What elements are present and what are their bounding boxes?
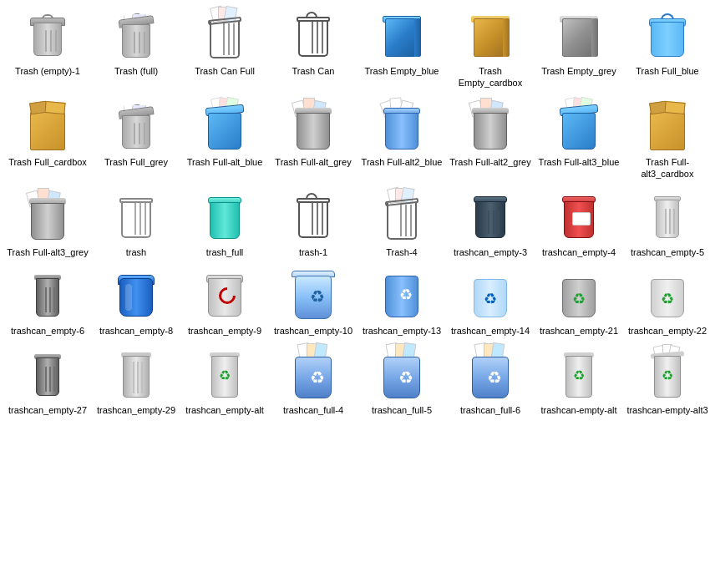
trashcan-empty-14-icon: ♻ xyxy=(464,268,517,322)
icon-item-trash-empty-cardbox[interactable]: Trash Empty_cardbox xyxy=(446,3,535,94)
icon-item-trashcan-empty-5[interactable]: trashcan_empty-5 xyxy=(623,185,710,263)
icon-label: trashcan_empty-13 xyxy=(363,325,441,337)
icon-item-trash-full-alt2-grey[interactable]: Trash Full-alt2_grey xyxy=(446,94,535,185)
icon-label: trash_full xyxy=(206,246,244,258)
icon-label: Trash Empty_cardbox xyxy=(449,65,531,89)
icon-item-trashcan-empty-6[interactable]: trashcan_empty-6 xyxy=(3,263,92,342)
trash-full-icon xyxy=(109,8,163,62)
trash-can-full-icon xyxy=(198,8,251,62)
icon-item-trash-can-full[interactable]: Trash Can Full xyxy=(180,3,269,94)
icon-item-trash-full-alt3-blue[interactable]: Trash Full-alt3_blue xyxy=(535,94,623,185)
icon-item-trash-empty-1[interactable]: Trash (empty)-1 xyxy=(3,3,92,94)
icon-label: trashcan_empty-9 xyxy=(188,325,261,337)
trash-can-icon xyxy=(287,8,340,62)
icon-label: Trash Empty_grey xyxy=(541,65,616,77)
icon-label: Trash Full-alt3_grey xyxy=(7,246,88,258)
trashcan-empty-22-icon: ♻ xyxy=(641,268,694,322)
icon-label: trash xyxy=(126,246,146,258)
icon-item-trashcan-full-4[interactable]: ♻ trashcan_full-4 xyxy=(269,342,358,421)
icon-label: trashcan_empty-29 xyxy=(97,404,175,416)
trashcan-empty-9-icon xyxy=(198,268,251,322)
icon-item-trash-full-alt-blue[interactable]: Trash Full-alt_blue xyxy=(180,94,269,185)
icon-item-trash-1[interactable]: trash-1 xyxy=(269,185,358,263)
icon-label: Trash Full-alt_blue xyxy=(187,156,263,168)
trash-empty-grey-icon xyxy=(552,8,606,62)
icon-item-trashcan-empty-21[interactable]: ♻ trashcan_empty-21 xyxy=(535,263,623,342)
icon-item-trash-full-plain[interactable]: trash_full xyxy=(180,185,269,263)
trash-empty-1-icon xyxy=(21,8,74,62)
icon-item-trash-full-alt3-grey[interactable]: Trash Full-alt3_grey xyxy=(3,185,92,263)
icon-label: trashcan_full-4 xyxy=(283,404,343,416)
trash-full-alt2-blue-icon xyxy=(375,99,429,153)
trash-full-cardbox-icon xyxy=(21,99,74,153)
trash-empty-blue-icon xyxy=(375,8,429,62)
icon-label: Trash (empty)-1 xyxy=(15,65,80,77)
icon-item-trashcan-empty-13[interactable]: ♻ trashcan_empty-13 xyxy=(358,263,446,342)
trashcan-full-5-icon: ♻ xyxy=(375,347,429,401)
trashcan-empty-alt3-icon: ♻ xyxy=(641,347,694,401)
trashcan-empty-27-icon xyxy=(21,347,74,401)
trashcan-full-6-icon: ♻ xyxy=(464,347,517,401)
trash-plain-icon xyxy=(109,190,163,243)
icon-item-trashcan-empty-alt2[interactable]: ♻ trashcan-empty-alt xyxy=(535,342,623,421)
trashcan-empty-3-icon xyxy=(464,190,517,243)
trash-full-grey2-icon xyxy=(109,99,163,153)
icon-label: trashcan_empty-5 xyxy=(631,246,704,258)
trashcan-empty-alt-icon: ♻ xyxy=(198,347,251,401)
icon-label: Trash Full_cardbox xyxy=(8,156,87,168)
icon-item-trash-can[interactable]: Trash Can xyxy=(269,3,358,94)
icon-item-trash-full[interactable]: Trash (full) xyxy=(92,3,180,94)
icon-label: trashcan_full-5 xyxy=(372,404,432,416)
trashcan-empty-10-icon: ♻ xyxy=(287,268,340,322)
icon-item-trashcan-empty-22[interactable]: ♻ trashcan_empty-22 xyxy=(623,263,710,342)
trash-full-alt-blue-icon xyxy=(198,99,251,153)
trashcan-empty-8-icon xyxy=(109,268,163,322)
icon-item-trash-full-grey2[interactable]: Trash Full_grey xyxy=(92,94,180,185)
trash-empty-cardbox-icon xyxy=(464,8,517,62)
icon-item-trashcan-empty-3[interactable]: trashcan_empty-3 xyxy=(446,185,535,263)
trashcan-empty-alt2-icon: ♻ xyxy=(552,347,606,401)
icon-item-trashcan-full-6[interactable]: ♻ trashcan_full-6 xyxy=(446,342,535,421)
trashcan-empty-6-icon xyxy=(21,268,74,322)
icon-label: Trash-4 xyxy=(386,246,418,258)
icon-item-trashcan-full-5[interactable]: ♻ trashcan_full-5 xyxy=(358,342,446,421)
icon-item-trash-full-blue[interactable]: Trash Full_blue xyxy=(623,3,710,94)
icon-item-trash-empty-grey[interactable]: Trash Empty_grey xyxy=(535,3,623,94)
icon-item-trashcan-empty-4[interactable]: trashcan_empty-4 xyxy=(535,185,623,263)
trash-1-icon xyxy=(287,190,340,243)
icon-label: trashcan_empty-21 xyxy=(540,325,618,337)
trash-full-alt-grey-icon xyxy=(287,99,340,153)
icon-item-trashcan-empty-8[interactable]: trashcan_empty-8 xyxy=(92,263,180,342)
icon-item-trashcan-empty-9[interactable]: trashcan_empty-9 xyxy=(180,263,269,342)
trashcan-empty-5-icon xyxy=(641,190,694,243)
trashcan-empty-13-icon: ♻ xyxy=(375,268,429,322)
icon-item-trashcan-empty-27[interactable]: trashcan_empty-27 xyxy=(3,342,92,421)
icon-item-trashcan-empty-29[interactable]: trashcan_empty-29 xyxy=(92,342,180,421)
icon-item-trashcan-empty-alt[interactable]: ♻ trashcan_empty-alt xyxy=(180,342,269,421)
icon-item-trash-full-alt-grey[interactable]: Trash Full-alt_grey xyxy=(269,94,358,185)
icon-label: Trash Can xyxy=(292,65,335,77)
trashcan-empty-21-icon: ♻ xyxy=(552,268,606,322)
icon-label: Trash Full-alt3_cardbox xyxy=(626,156,708,180)
icon-item-trash-full-alt3-cardbox[interactable]: Trash Full-alt3_cardbox xyxy=(623,94,710,185)
icon-label: trashcan_empty-27 xyxy=(8,404,87,416)
icon-item-trash-full-alt2-blue[interactable]: Trash Full-alt2_blue xyxy=(358,94,446,185)
icon-item-trashcan-empty-10[interactable]: ♻ trashcan_empty-10 xyxy=(269,263,358,342)
icon-label: Trash Full-alt_grey xyxy=(275,156,351,168)
icon-label: trashcan_empty-10 xyxy=(274,325,352,337)
icon-label: trashcan_empty-8 xyxy=(99,325,173,337)
icon-item-trash-4[interactable]: Trash-4 xyxy=(358,185,446,263)
trash-full-blue-icon xyxy=(641,8,694,62)
trash-4-icon xyxy=(375,190,429,243)
icon-item-trash-full-cardbox[interactable]: Trash Full_cardbox xyxy=(3,94,92,185)
icon-label: Trash (full) xyxy=(114,65,158,77)
icon-item-trashcan-empty-alt3[interactable]: ♻ trashcan-empty-alt3 xyxy=(623,342,710,421)
icon-item-trash-empty-blue[interactable]: Trash Empty_blue xyxy=(358,3,446,94)
icon-item-trashcan-empty-14[interactable]: ♻ trashcan_empty-14 xyxy=(446,263,535,342)
icon-label: Trash Can Full xyxy=(195,65,255,77)
icon-label: trashcan_full-6 xyxy=(460,404,520,416)
icon-item-trash-plain[interactable]: trash xyxy=(92,185,180,263)
trash-full-alt3-blue-icon xyxy=(552,99,606,153)
icon-label: trashcan_empty-3 xyxy=(454,246,527,258)
icon-label: trashcan-empty-alt xyxy=(540,404,616,416)
